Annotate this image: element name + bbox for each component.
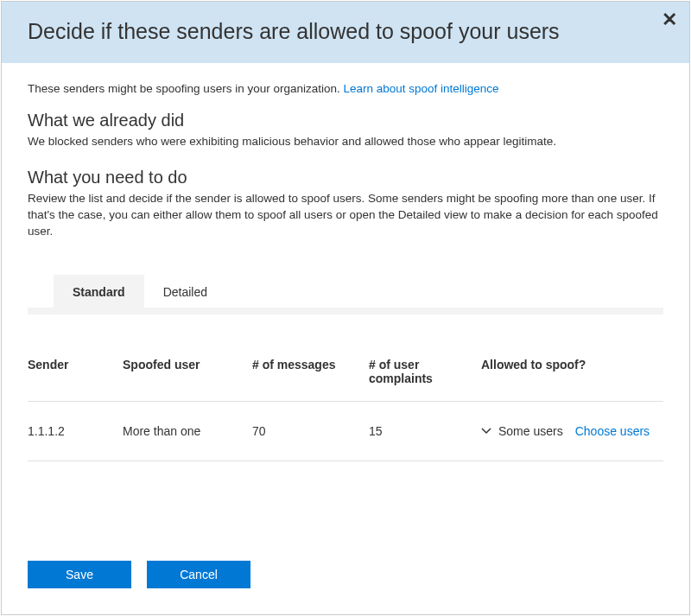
learn-link[interactable]: Learn about spoof intelligence [343, 82, 498, 95]
table-row: 1.1.1.2 More than one 70 15 Some users C… [28, 402, 663, 461]
section2-heading: What you need to do [28, 168, 663, 187]
col-header-complaints: # of user complaints [369, 358, 481, 385]
col-header-sender: Sender [28, 358, 123, 372]
section1-text: We blocked senders who were exhibiting m… [28, 134, 663, 150]
col-header-spoofed: Spoofed user [123, 358, 252, 372]
cell-spoofed: More than one [123, 424, 252, 438]
table-header-row: Sender Spoofed user # of messages # of u… [28, 358, 663, 402]
cell-allowed: Some users Choose users [481, 424, 663, 438]
dialog-content: These senders might be spoofing users in… [2, 63, 689, 537]
allowed-status-text: Some users [498, 424, 563, 438]
dialog-title: Decide if these senders are allowed to s… [28, 19, 663, 44]
intro-text: These senders might be spoofing users in… [28, 82, 343, 95]
close-icon[interactable]: ✕ [662, 10, 677, 29]
cell-messages: 70 [252, 424, 369, 438]
dialog-header: Decide if these senders are allowed to s… [2, 2, 689, 63]
section2-text: Review the list and decide if the sender… [28, 191, 663, 240]
tab-detailed[interactable]: Detailed [144, 275, 226, 308]
tab-underbar [28, 308, 663, 314]
section1-heading: What we already did [28, 111, 663, 130]
col-header-allowed: Allowed to spoof? [481, 358, 663, 372]
dialog-panel: Decide if these senders are allowed to s… [1, 1, 690, 615]
col-header-messages: # of messages [252, 358, 369, 372]
cell-sender: 1.1.1.2 [28, 424, 123, 438]
cell-complaints: 15 [369, 424, 481, 438]
chevron-down-icon[interactable] [481, 426, 491, 436]
cancel-button[interactable]: Cancel [147, 561, 250, 588]
intro-paragraph: These senders might be spoofing users in… [28, 82, 663, 95]
tabs-container: Standard Detailed [28, 275, 663, 314]
choose-users-link[interactable]: Choose users [575, 424, 650, 438]
tab-standard[interactable]: Standard [54, 275, 144, 308]
button-bar: Save Cancel [2, 537, 689, 614]
senders-table: Sender Spoofed user # of messages # of u… [28, 358, 663, 461]
save-button[interactable]: Save [28, 561, 131, 588]
tabs: Standard Detailed [28, 275, 663, 308]
